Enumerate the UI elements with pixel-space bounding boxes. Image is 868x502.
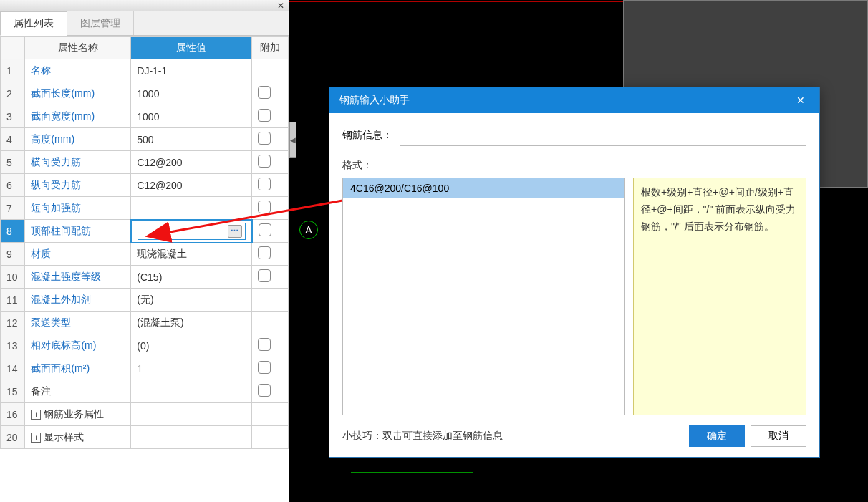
extra-checkbox[interactable] bbox=[258, 178, 271, 190]
row-index[interactable]: 6 bbox=[1, 174, 25, 197]
prop-name[interactable]: +钢筋业务属性 bbox=[25, 403, 131, 426]
row-index[interactable]: 2 bbox=[1, 82, 25, 105]
col-header-name[interactable]: 属性名称 bbox=[25, 37, 131, 59]
prop-extra bbox=[252, 105, 289, 128]
row-index[interactable]: 9 bbox=[1, 243, 25, 266]
row-index[interactable]: 13 bbox=[1, 334, 25, 357]
cancel-button[interactable]: 取消 bbox=[751, 425, 806, 447]
row-index[interactable]: 11 bbox=[1, 289, 25, 312]
prop-value[interactable]: 1000 bbox=[131, 82, 252, 105]
extra-checkbox[interactable] bbox=[258, 338, 271, 351]
close-icon[interactable]: ✕ bbox=[277, 1, 284, 11]
prop-value-editor[interactable]: ⋯ bbox=[138, 223, 246, 240]
prop-value[interactable] bbox=[131, 197, 252, 220]
table-row[interactable]: 5横向受力筋C12@200 bbox=[1, 151, 289, 174]
prop-name[interactable]: 混凝土外加剂 bbox=[25, 289, 131, 312]
table-row[interactable]: 8顶部柱间配筋⋯ bbox=[1, 220, 289, 243]
row-index[interactable]: 16 bbox=[1, 403, 25, 426]
prop-name[interactable]: 备注 bbox=[25, 380, 131, 403]
extra-checkbox[interactable] bbox=[258, 86, 271, 99]
ellipsis-icon[interactable]: ⋯ bbox=[228, 225, 242, 238]
prop-value[interactable]: C12@200 bbox=[131, 174, 252, 197]
prop-name[interactable]: 材质 bbox=[25, 243, 131, 266]
row-index[interactable]: 14 bbox=[1, 357, 25, 380]
tab-properties[interactable]: 属性列表 bbox=[0, 11, 67, 36]
row-index[interactable]: 12 bbox=[1, 312, 25, 334]
row-index[interactable]: 10 bbox=[1, 266, 25, 289]
prop-value[interactable]: 500 bbox=[131, 128, 252, 151]
extra-checkbox[interactable] bbox=[258, 132, 271, 145]
prop-value[interactable]: C12@200 bbox=[131, 151, 252, 174]
prop-value[interactable]: (无) bbox=[131, 289, 252, 312]
rebar-info-input[interactable] bbox=[400, 125, 806, 146]
prop-value[interactable] bbox=[131, 426, 252, 449]
extra-checkbox[interactable] bbox=[258, 155, 271, 168]
prop-name[interactable]: 短向加强筋 bbox=[25, 197, 131, 220]
prop-value[interactable] bbox=[131, 403, 252, 426]
extra-checkbox[interactable] bbox=[258, 246, 271, 259]
table-row[interactable]: 10混凝土强度等级(C15) bbox=[1, 266, 289, 289]
format-list[interactable]: 4C16@200/C16@100 bbox=[342, 178, 625, 415]
row-index[interactable]: 5 bbox=[1, 151, 25, 174]
table-row[interactable]: 2截面长度(mm)1000 bbox=[1, 82, 289, 105]
extra-checkbox[interactable] bbox=[258, 269, 271, 282]
row-index[interactable]: 8 bbox=[1, 220, 25, 243]
table-row[interactable]: 14截面面积(m²)1 bbox=[1, 357, 289, 380]
format-item[interactable]: 4C16@200/C16@100 bbox=[343, 178, 624, 198]
prop-name[interactable]: 名称 bbox=[25, 59, 131, 82]
prop-value[interactable] bbox=[131, 380, 252, 403]
prop-name[interactable]: 纵向受力筋 bbox=[25, 174, 131, 197]
prop-value[interactable]: (混凝土泵) bbox=[131, 312, 252, 334]
prop-value[interactable]: DJ-1-1 bbox=[131, 59, 252, 82]
prop-value[interactable]: (0) bbox=[131, 334, 252, 357]
prop-name[interactable]: 截面宽度(mm) bbox=[25, 105, 131, 128]
table-row[interactable]: 20+显示样式 bbox=[1, 426, 289, 449]
table-row[interactable]: 15备注 bbox=[1, 380, 289, 403]
prop-name[interactable]: 截面长度(mm) bbox=[25, 82, 131, 105]
ok-button[interactable]: 确定 bbox=[689, 425, 745, 447]
prop-value[interactable]: 现浇混凝土 bbox=[131, 243, 252, 266]
panel-collapse-toggle[interactable]: ◀ bbox=[289, 122, 296, 158]
table-row[interactable]: 13相对底标高(m)(0) bbox=[1, 334, 289, 357]
prop-value[interactable]: ⋯ bbox=[131, 220, 252, 243]
expand-toggle-icon[interactable]: + bbox=[31, 410, 41, 420]
extra-checkbox[interactable] bbox=[258, 201, 271, 213]
prop-name-label: 钢筋业务属性 bbox=[44, 408, 104, 420]
prop-name[interactable]: +显示样式 bbox=[25, 426, 131, 449]
prop-value[interactable]: 1 bbox=[131, 357, 252, 380]
table-row[interactable]: 1名称DJ-1-1 bbox=[1, 59, 289, 82]
table-row[interactable]: 16+钢筋业务属性 bbox=[1, 403, 289, 426]
extra-checkbox[interactable] bbox=[258, 109, 271, 122]
expand-toggle-icon[interactable]: + bbox=[31, 433, 41, 443]
prop-name[interactable]: 泵送类型 bbox=[25, 312, 131, 334]
extra-checkbox[interactable] bbox=[258, 384, 271, 397]
table-row[interactable]: 3截面宽度(mm)1000 bbox=[1, 105, 289, 128]
table-row[interactable]: 12泵送类型(混凝土泵) bbox=[1, 312, 289, 334]
prop-name[interactable]: 横向受力筋 bbox=[25, 151, 131, 174]
row-index[interactable]: 4 bbox=[1, 128, 25, 151]
extra-checkbox[interactable] bbox=[258, 361, 271, 374]
table-row[interactable]: 9材质现浇混凝土 bbox=[1, 243, 289, 266]
col-header-value[interactable]: 属性值 bbox=[131, 37, 252, 59]
prop-name[interactable]: 截面面积(m²) bbox=[25, 357, 131, 380]
prop-name[interactable]: 顶部柱间配筋 bbox=[25, 220, 131, 243]
prop-name[interactable]: 高度(mm) bbox=[25, 128, 131, 151]
prop-name[interactable]: 混凝土强度等级 bbox=[25, 266, 131, 289]
prop-name[interactable]: 相对底标高(m) bbox=[25, 334, 131, 357]
col-header-extra[interactable]: 附加 bbox=[252, 37, 289, 59]
table-row[interactable]: 11混凝土外加剂(无) bbox=[1, 289, 289, 312]
table-row[interactable]: 7短向加强筋 bbox=[1, 197, 289, 220]
table-row[interactable]: 4高度(mm)500 bbox=[1, 128, 289, 151]
row-index[interactable]: 15 bbox=[1, 380, 25, 403]
row-index[interactable]: 20 bbox=[1, 426, 25, 449]
dialog-titlebar[interactable]: 钢筋输入小助手 ✕ bbox=[329, 87, 819, 113]
row-index[interactable]: 1 bbox=[1, 59, 25, 82]
row-index[interactable]: 3 bbox=[1, 105, 25, 128]
table-row[interactable]: 6纵向受力筋C12@200 bbox=[1, 174, 289, 197]
tab-layers[interactable]: 图层管理 bbox=[67, 11, 134, 35]
close-icon[interactable]: ✕ bbox=[792, 92, 809, 109]
row-index[interactable]: 7 bbox=[1, 197, 25, 220]
extra-checkbox[interactable] bbox=[259, 223, 271, 236]
prop-value[interactable]: 1000 bbox=[131, 105, 252, 128]
prop-value[interactable]: (C15) bbox=[131, 266, 252, 289]
